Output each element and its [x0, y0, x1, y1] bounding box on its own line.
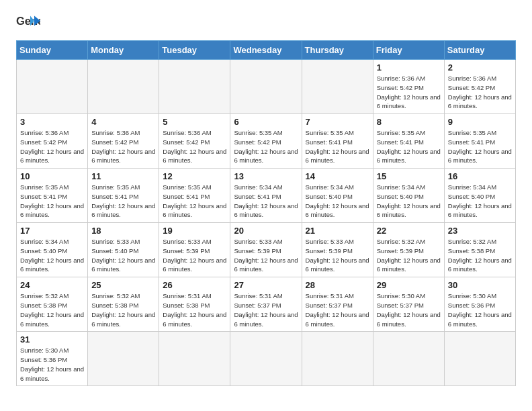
- calendar-cell: 23Sunrise: 5:32 AM Sunset: 5:38 PM Dayli…: [444, 223, 515, 277]
- day-info: Sunrise: 5:31 AM Sunset: 5:37 PM Dayligh…: [306, 291, 369, 328]
- day-info: Sunrise: 5:31 AM Sunset: 5:38 PM Dayligh…: [163, 291, 226, 328]
- day-number: 17: [20, 226, 84, 236]
- calendar-cell: 7Sunrise: 5:35 AM Sunset: 5:41 PM Daylig…: [302, 114, 373, 169]
- day-info: Sunrise: 5:34 AM Sunset: 5:40 PM Dayligh…: [306, 183, 369, 220]
- day-info: Sunrise: 5:32 AM Sunset: 5:38 PM Dayligh…: [91, 291, 155, 328]
- calendar-cell: [444, 332, 515, 386]
- calendar-cell: 30Sunrise: 5:30 AM Sunset: 5:36 PM Dayli…: [444, 277, 515, 332]
- day-info: Sunrise: 5:36 AM Sunset: 5:42 PM Dayligh…: [377, 74, 441, 111]
- day-info: Sunrise: 5:31 AM Sunset: 5:37 PM Dayligh…: [234, 291, 298, 328]
- weekday-header-friday: Friday: [373, 41, 444, 60]
- day-info: Sunrise: 5:36 AM Sunset: 5:42 PM Dayligh…: [448, 74, 512, 111]
- day-number: 1: [377, 62, 441, 73]
- calendar-cell: 5Sunrise: 5:36 AM Sunset: 5:42 PM Daylig…: [159, 114, 230, 169]
- day-number: 8: [377, 117, 441, 127]
- calendar-cell: 31Sunrise: 5:30 AM Sunset: 5:36 PM Dayli…: [17, 332, 88, 386]
- day-info: Sunrise: 5:35 AM Sunset: 5:41 PM Dayligh…: [20, 183, 84, 220]
- day-number: 25: [91, 280, 155, 290]
- day-number: 2: [448, 62, 512, 73]
- calendar-header: General: [16, 13, 516, 32]
- calendar-cell: 13Sunrise: 5:34 AM Sunset: 5:41 PM Dayli…: [230, 169, 302, 223]
- day-info: Sunrise: 5:34 AM Sunset: 5:40 PM Dayligh…: [448, 183, 512, 220]
- calendar-cell: 12Sunrise: 5:35 AM Sunset: 5:41 PM Dayli…: [159, 169, 230, 223]
- calendar-cell: 4Sunrise: 5:36 AM Sunset: 5:42 PM Daylig…: [88, 114, 159, 169]
- calendar-cell: 17Sunrise: 5:34 AM Sunset: 5:40 PM Dayli…: [17, 223, 88, 277]
- calendar-cell: 24Sunrise: 5:32 AM Sunset: 5:38 PM Dayli…: [17, 277, 88, 332]
- day-number: 11: [91, 171, 155, 181]
- calendar-cell: [373, 332, 444, 386]
- calendar-cell: 29Sunrise: 5:30 AM Sunset: 5:37 PM Dayli…: [373, 277, 444, 332]
- day-info: Sunrise: 5:33 AM Sunset: 5:39 PM Dayligh…: [306, 237, 369, 274]
- weekday-header-monday: Monday: [88, 41, 159, 60]
- weekday-header-wednesday: Wednesday: [230, 41, 302, 60]
- day-info: Sunrise: 5:36 AM Sunset: 5:42 PM Dayligh…: [91, 128, 155, 165]
- day-number: 28: [306, 280, 369, 290]
- day-number: 5: [163, 117, 226, 127]
- day-number: 22: [377, 226, 441, 236]
- calendar-cell: 9Sunrise: 5:35 AM Sunset: 5:41 PM Daylig…: [444, 114, 515, 169]
- day-number: 7: [306, 117, 369, 127]
- day-number: 14: [306, 171, 369, 181]
- day-number: 21: [306, 226, 369, 236]
- calendar-cell: [302, 332, 373, 386]
- calendar-table: SundayMondayTuesdayWednesdayThursdayFrid…: [16, 40, 516, 386]
- weekday-header-sunday: Sunday: [17, 41, 88, 60]
- calendar-cell: 3Sunrise: 5:36 AM Sunset: 5:42 PM Daylig…: [17, 114, 88, 169]
- calendar-cell: 11Sunrise: 5:35 AM Sunset: 5:41 PM Dayli…: [88, 169, 159, 223]
- day-info: Sunrise: 5:34 AM Sunset: 5:40 PM Dayligh…: [377, 183, 441, 220]
- calendar-cell: 19Sunrise: 5:33 AM Sunset: 5:39 PM Dayli…: [159, 223, 230, 277]
- calendar-cell: [159, 332, 230, 386]
- day-info: Sunrise: 5:33 AM Sunset: 5:39 PM Dayligh…: [163, 237, 226, 274]
- logo: General: [16, 13, 43, 32]
- day-number: 27: [234, 280, 298, 290]
- day-info: Sunrise: 5:35 AM Sunset: 5:41 PM Dayligh…: [306, 128, 369, 165]
- calendar-cell: 28Sunrise: 5:31 AM Sunset: 5:37 PM Dayli…: [302, 277, 373, 332]
- day-info: Sunrise: 5:32 AM Sunset: 5:39 PM Dayligh…: [377, 237, 441, 274]
- weekday-header-saturday: Saturday: [444, 41, 515, 60]
- day-number: 13: [234, 171, 298, 181]
- day-number: 30: [448, 280, 512, 290]
- calendar-cell: [159, 60, 230, 114]
- day-number: 12: [163, 171, 226, 181]
- day-info: Sunrise: 5:34 AM Sunset: 5:41 PM Dayligh…: [234, 183, 298, 220]
- day-number: 3: [20, 117, 84, 127]
- calendar-cell: 26Sunrise: 5:31 AM Sunset: 5:38 PM Dayli…: [159, 277, 230, 332]
- day-info: Sunrise: 5:33 AM Sunset: 5:39 PM Dayligh…: [234, 237, 298, 274]
- day-number: 9: [448, 117, 512, 127]
- calendar-cell: 25Sunrise: 5:32 AM Sunset: 5:38 PM Dayli…: [88, 277, 159, 332]
- day-info: Sunrise: 5:32 AM Sunset: 5:38 PM Dayligh…: [448, 237, 512, 274]
- day-info: Sunrise: 5:35 AM Sunset: 5:41 PM Dayligh…: [91, 183, 155, 220]
- day-info: Sunrise: 5:36 AM Sunset: 5:42 PM Dayligh…: [20, 128, 84, 165]
- day-number: 15: [377, 171, 441, 181]
- day-number: 23: [448, 226, 512, 236]
- day-info: Sunrise: 5:35 AM Sunset: 5:41 PM Dayligh…: [448, 128, 512, 165]
- day-info: Sunrise: 5:30 AM Sunset: 5:36 PM Dayligh…: [20, 346, 84, 383]
- weekday-header-tuesday: Tuesday: [159, 41, 230, 60]
- logo-icon: General: [16, 13, 40, 32]
- day-info: Sunrise: 5:30 AM Sunset: 5:36 PM Dayligh…: [448, 291, 512, 328]
- day-number: 24: [20, 280, 84, 290]
- day-info: Sunrise: 5:35 AM Sunset: 5:41 PM Dayligh…: [377, 128, 441, 165]
- day-number: 29: [377, 280, 441, 290]
- calendar-cell: 20Sunrise: 5:33 AM Sunset: 5:39 PM Dayli…: [230, 223, 302, 277]
- day-number: 16: [448, 171, 512, 181]
- day-number: 6: [234, 117, 298, 127]
- day-number: 18: [91, 226, 155, 236]
- calendar-cell: [17, 60, 88, 114]
- day-number: 20: [234, 226, 298, 236]
- calendar-cell: 14Sunrise: 5:34 AM Sunset: 5:40 PM Dayli…: [302, 169, 373, 223]
- day-number: 26: [163, 280, 226, 290]
- calendar-cell: 6Sunrise: 5:35 AM Sunset: 5:42 PM Daylig…: [230, 114, 302, 169]
- calendar-cell: 21Sunrise: 5:33 AM Sunset: 5:39 PM Dayli…: [302, 223, 373, 277]
- day-number: 19: [163, 226, 226, 236]
- calendar-cell: 15Sunrise: 5:34 AM Sunset: 5:40 PM Dayli…: [373, 169, 444, 223]
- calendar-cell: [88, 60, 159, 114]
- calendar-cell: [302, 60, 373, 114]
- day-info: Sunrise: 5:35 AM Sunset: 5:42 PM Dayligh…: [234, 128, 298, 165]
- calendar-cell: 1Sunrise: 5:36 AM Sunset: 5:42 PM Daylig…: [373, 60, 444, 114]
- calendar-cell: 2Sunrise: 5:36 AM Sunset: 5:42 PM Daylig…: [444, 60, 515, 114]
- calendar-cell: 10Sunrise: 5:35 AM Sunset: 5:41 PM Dayli…: [17, 169, 88, 223]
- calendar-cell: 16Sunrise: 5:34 AM Sunset: 5:40 PM Dayli…: [444, 169, 515, 223]
- calendar-cell: 22Sunrise: 5:32 AM Sunset: 5:39 PM Dayli…: [373, 223, 444, 277]
- calendar-cell: 8Sunrise: 5:35 AM Sunset: 5:41 PM Daylig…: [373, 114, 444, 169]
